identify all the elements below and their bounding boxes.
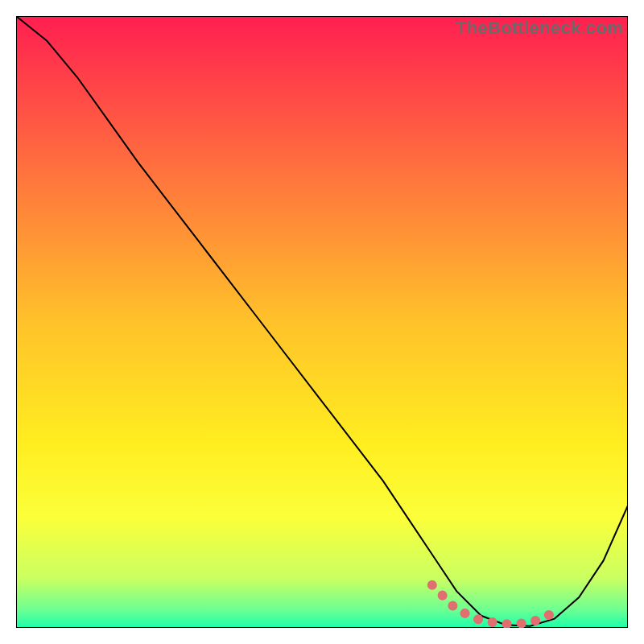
- chart-frame: TheBottleneck.com: [16, 16, 628, 628]
- plot-background: [16, 16, 628, 628]
- watermark-text: TheBottleneck.com: [456, 18, 623, 39]
- chart-svg: [16, 16, 628, 628]
